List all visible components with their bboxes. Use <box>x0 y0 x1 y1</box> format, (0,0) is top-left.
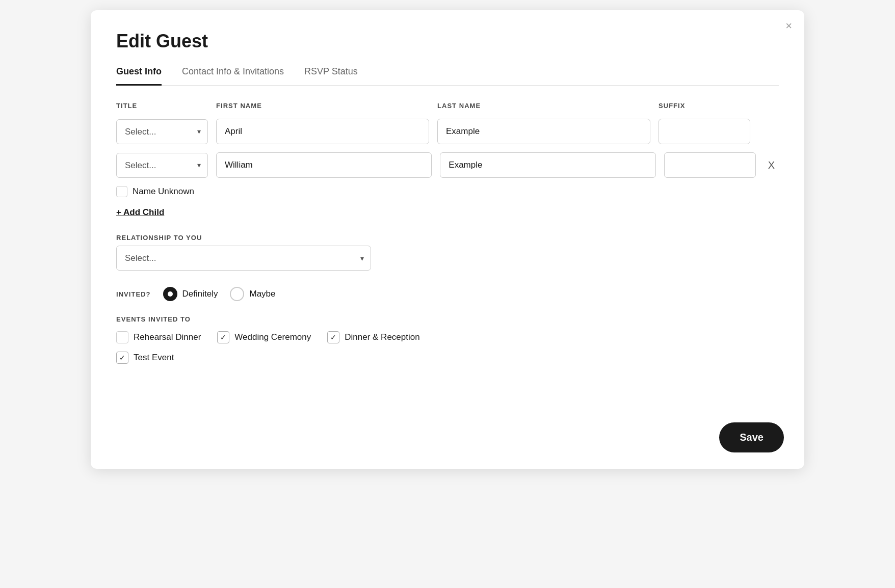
close-button[interactable]: × <box>785 20 792 32</box>
event-test-event[interactable]: ✓ Test Event <box>116 352 779 364</box>
invited-label: INVITED? <box>116 290 151 298</box>
title-select-wrapper-1: Select... ▾ <box>116 119 208 144</box>
title-select-wrapper-2: Select... ▾ <box>116 153 208 178</box>
fields-header: TITLE FIRST NAME LAST NAME SUFFIX <box>116 102 779 114</box>
invited-definitely-option[interactable]: Definitely <box>163 287 218 301</box>
event-test-event-checkbox[interactable]: ✓ <box>116 352 128 364</box>
relationship-select[interactable]: Select... <box>116 246 371 271</box>
first-name-input-1[interactable] <box>216 119 429 144</box>
last-name-input-1[interactable] <box>437 119 650 144</box>
title-select-1[interactable]: Select... <box>116 119 208 144</box>
event-wedding-ceremony-checkbox[interactable]: ✓ <box>217 331 229 343</box>
event-dinner-reception[interactable]: ✓ Dinner & Reception <box>327 331 419 343</box>
guest-row-1: Select... ▾ <box>116 119 779 144</box>
events-row-2: ✓ Test Event <box>116 352 779 364</box>
tab-contact-info[interactable]: Contact Info & Invitations <box>182 66 284 86</box>
name-unknown-row: Name Unknown <box>116 186 779 197</box>
relationship-section: RELATIONSHIP TO YOU Select... ▾ <box>116 234 779 271</box>
invited-maybe-option[interactable]: Maybe <box>230 287 275 301</box>
event-test-event-label: Test Event <box>134 353 174 363</box>
invited-definitely-radio[interactable] <box>163 287 177 301</box>
event-rehearsal-dinner-label: Rehearsal Dinner <box>134 332 201 342</box>
relationship-select-wrapper: Select... ▾ <box>116 246 371 271</box>
event-rehearsal-dinner[interactable]: Rehearsal Dinner <box>116 331 201 343</box>
invited-maybe-radio[interactable] <box>230 287 244 301</box>
invited-maybe-label: Maybe <box>249 289 275 299</box>
tab-guest-info[interactable]: Guest Info <box>116 66 162 86</box>
name-unknown-checkbox[interactable] <box>116 186 127 197</box>
guest-row-2: Select... ▾ X <box>116 152 779 178</box>
suffix-input-2[interactable] <box>664 152 756 178</box>
tab-rsvp-status[interactable]: RSVP Status <box>304 66 358 86</box>
title-select-2[interactable]: Select... <box>116 153 208 178</box>
event-dinner-reception-checkbox[interactable]: ✓ <box>327 331 339 343</box>
event-wedding-ceremony-label: Wedding Ceremony <box>234 332 311 342</box>
modal-title: Edit Guest <box>116 31 779 52</box>
event-rehearsal-dinner-checkbox[interactable] <box>116 331 128 343</box>
invited-radio-group: Definitely Maybe <box>163 287 276 301</box>
events-list: Rehearsal Dinner ✓ Wedding Ceremony ✓ Di… <box>116 331 779 343</box>
event-wedding-ceremony[interactable]: ✓ Wedding Ceremony <box>217 331 311 343</box>
title-column-header: TITLE <box>116 102 208 110</box>
suffix-column-header: SUFFIX <box>659 102 750 110</box>
event-dinner-reception-label: Dinner & Reception <box>345 332 419 342</box>
edit-guest-modal: × Edit Guest Guest Info Contact Info & I… <box>91 10 804 469</box>
invited-section: INVITED? Definitely Maybe <box>116 287 779 301</box>
lastname-column-header: LAST NAME <box>437 102 650 110</box>
delete-guest-2-button[interactable]: X <box>764 157 779 173</box>
events-label: EVENTS INVITED TO <box>116 315 779 323</box>
save-button[interactable]: Save <box>719 422 784 452</box>
add-child-button[interactable]: + Add Child <box>116 207 164 218</box>
invited-definitely-label: Definitely <box>182 289 218 299</box>
relationship-label: RELATIONSHIP TO YOU <box>116 234 779 242</box>
first-name-input-2[interactable] <box>216 152 432 178</box>
last-name-input-2[interactable] <box>440 152 655 178</box>
firstname-column-header: FIRST NAME <box>216 102 429 110</box>
tab-bar: Guest Info Contact Info & Invitations RS… <box>116 66 779 86</box>
suffix-input-1[interactable] <box>659 119 750 144</box>
events-section: EVENTS INVITED TO Rehearsal Dinner ✓ Wed… <box>116 315 779 364</box>
name-unknown-label: Name Unknown <box>133 186 194 197</box>
